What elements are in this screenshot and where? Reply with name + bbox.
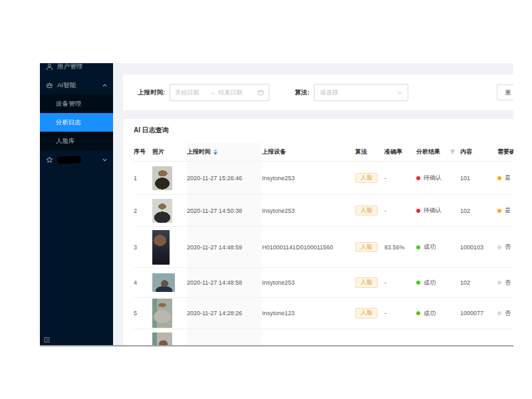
sidebar-item-user-management[interactable]: 用户管理	[40, 63, 113, 76]
algorithm-tag: 人脸	[355, 173, 378, 184]
cell-photo	[152, 268, 187, 297]
col-header-photo: 照片	[152, 143, 187, 161]
status-dot	[416, 176, 420, 180]
range-arrow-icon: →	[209, 89, 215, 96]
algorithm-tag: 人脸	[355, 205, 378, 216]
cell-device: Insytone253	[262, 268, 355, 297]
reset-button[interactable]: 重 置	[497, 84, 513, 100]
cell-need-confirm: 否	[497, 298, 513, 329]
chevron-down-icon	[397, 91, 402, 94]
sidebar-item-redacted[interactable]	[40, 150, 113, 169]
cell-time: 2020-11-27 15:26:46	[187, 162, 262, 194]
cell-result: 成功	[416, 298, 460, 329]
cell-device: Insytone123	[262, 298, 355, 329]
cell-time: 2020-11-27 14:28:26	[187, 298, 262, 329]
sidebar-item-label: 用户管理	[57, 63, 82, 71]
cell-accuracy: -	[384, 162, 416, 194]
cell-need-confirm: 否	[497, 227, 513, 267]
cell-algorithm	[355, 329, 384, 345]
cell-index: 5	[134, 298, 152, 329]
table-row: 4 2020-11-27 14:48:58 Insytone253 人脸 - 成…	[134, 268, 513, 298]
sidebar-item-ai[interactable]: AI智能	[40, 76, 113, 94]
algorithm-label: 算法:	[295, 88, 309, 97]
table-row: 2 2020-11-27 14:50:38 Insytone253 人脸 - 待…	[134, 195, 513, 227]
cell-content: 102	[460, 195, 497, 226]
cell-algorithm: 人脸	[355, 298, 384, 329]
cell-algorithm: 人脸	[355, 268, 384, 297]
table-row: 1 2020-11-27 15:26:46 Insytone253 人脸 - 待…	[134, 162, 513, 195]
cell-time: 2020-11-27 14:50:38	[187, 195, 262, 226]
cell-result	[416, 329, 460, 345]
cell-accuracy: -	[384, 298, 416, 329]
end-date-input[interactable]	[218, 89, 250, 96]
page-title: AI 日志查询	[134, 126, 513, 135]
cell-photo	[152, 329, 187, 345]
col-header-result[interactable]: 分析结果	[416, 143, 460, 161]
select-placeholder: 请选择	[320, 88, 338, 97]
algorithm-select[interactable]: 请选择	[314, 84, 408, 101]
sidebar: 用户管理 AI智能 设备管理 分析日志 人脸库	[40, 63, 113, 345]
cell-index: 4	[134, 268, 152, 297]
status-dot	[416, 245, 420, 249]
cell-index: 2	[134, 195, 152, 226]
table-row: 3 2020-11-27 14:48:59 H010001141D0100011…	[134, 227, 513, 268]
cell-index: 3	[134, 227, 152, 267]
cell-accuracy: 83.56%	[384, 227, 416, 267]
status-dot	[416, 209, 420, 213]
cell-need-confirm: 是	[497, 162, 513, 194]
col-header-algorithm: 算法	[355, 143, 384, 161]
cell-time: 2020-11-27 14:48:59	[187, 227, 262, 267]
status-dot	[497, 311, 501, 315]
date-range-picker[interactable]: →	[170, 84, 269, 101]
start-date-input[interactable]	[175, 89, 207, 96]
cell-photo	[152, 298, 187, 329]
algorithm-tag: 人脸	[355, 277, 378, 288]
cell-content	[460, 329, 497, 345]
status-dot	[416, 281, 420, 285]
photo-thumbnail[interactable]	[152, 273, 175, 292]
star-icon	[45, 156, 53, 164]
user-icon	[45, 63, 53, 70]
col-header-device: 上报设备	[262, 143, 355, 161]
status-dot	[416, 311, 420, 315]
cell-accuracy: -	[384, 195, 416, 226]
robot-icon	[45, 81, 53, 89]
chevron-up-icon	[102, 84, 107, 87]
filter-funnel-icon[interactable]	[450, 149, 456, 155]
col-header-accuracy: 准确率	[384, 143, 416, 161]
table-row	[134, 329, 513, 345]
sort-carets-icon[interactable]	[213, 149, 217, 155]
status-dot	[497, 209, 501, 213]
redacted-label	[57, 156, 81, 164]
cell-photo	[152, 162, 187, 194]
photo-thumbnail[interactable]	[152, 166, 172, 190]
col-header-index: 序号	[134, 143, 152, 161]
photo-thumbnail[interactable]	[152, 230, 170, 265]
cell-device	[262, 329, 355, 345]
log-table: 序号 照片 上报时间 上报设备 算法 准确率 分析结果	[134, 143, 513, 345]
sidebar-item-label: 设备管理	[56, 100, 81, 108]
status-dot	[497, 281, 501, 285]
cell-content: 1000077	[460, 298, 497, 329]
cell-content: 102	[460, 268, 497, 297]
table-row: 5 2020-11-27 14:28:26 Insytone123 人脸 - 成…	[134, 298, 513, 329]
cell-device: H010001141D0100011560	[262, 227, 355, 267]
menu-fold-icon[interactable]	[43, 336, 51, 343]
main-content: 上报时间: → 算法: 请选择 重 置	[113, 63, 513, 345]
photo-thumbnail[interactable]	[152, 199, 172, 223]
cell-result: 待确认	[416, 162, 460, 194]
cell-algorithm: 人脸	[355, 162, 384, 194]
sidebar-item-face-library[interactable]: 人脸库	[40, 132, 113, 150]
sidebar-item-label: AI智能	[57, 81, 76, 90]
cell-time	[187, 329, 262, 345]
algorithm-tag: 人脸	[355, 308, 378, 319]
sidebar-item-device-management[interactable]: 设备管理	[40, 94, 113, 113]
col-header-time[interactable]: 上报时间	[187, 143, 262, 161]
sidebar-item-analysis-log[interactable]: 分析日志	[40, 113, 113, 132]
table-header-row: 序号 照片 上报时间 上报设备 算法 准确率 分析结果	[134, 143, 513, 162]
admin-app-window: 用户管理 AI智能 设备管理 分析日志 人脸库	[40, 63, 513, 346]
photo-thumbnail[interactable]	[152, 299, 172, 328]
photo-thumbnail[interactable]	[152, 332, 172, 345]
cell-device: Insytone253	[262, 162, 355, 194]
cell-accuracy	[384, 329, 416, 345]
